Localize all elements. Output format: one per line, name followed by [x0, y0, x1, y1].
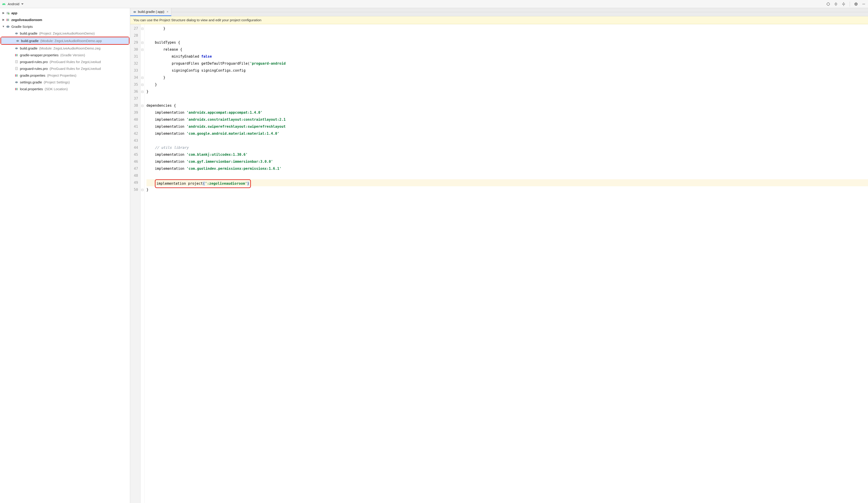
- tree-node-local-properties[interactable]: local.properties (SDK Location): [0, 85, 130, 92]
- minimize-icon[interactable]: [861, 2, 866, 7]
- project-tool-window-header: Android: [0, 0, 868, 8]
- svg-rect-10: [8, 19, 9, 21]
- tree-node-build-gradle-app[interactable]: build.gradle (Module: ZegoLiveAudioRoomD…: [1, 37, 129, 44]
- tree-node-build-gradle-zeg[interactable]: build.gradle (Module: ZegoLiveAudioRoomD…: [0, 45, 130, 52]
- svg-rect-19: [16, 67, 18, 70]
- gradle-file-icon: [14, 31, 19, 35]
- close-icon[interactable]: ×: [167, 10, 168, 13]
- tree-node-label: local.properties: [20, 87, 43, 91]
- library-module-icon: [6, 18, 10, 21]
- tree-node-build-gradle-project[interactable]: build.gradle (Project: ZegoLiveAudioRoom…: [0, 30, 130, 37]
- chevron-down-icon[interactable]: [21, 3, 23, 5]
- tree-node-suffix: (Project: ZegoLiveAudioRoomDemo): [39, 31, 95, 35]
- svg-point-27: [133, 11, 136, 13]
- tree-node-suffix: (Project Properties): [47, 73, 76, 77]
- svg-rect-9: [8, 19, 8, 21]
- line-number-gutter: 2728293031323334353637383940414243444546…: [130, 24, 141, 503]
- svg-rect-17: [17, 54, 18, 56]
- svg-point-12: [15, 32, 18, 34]
- toolbar-divider: [850, 2, 850, 7]
- svg-rect-16: [16, 54, 17, 56]
- tree-node-label: zegoliveaudioroom: [11, 18, 42, 22]
- properties-file-icon: [14, 87, 19, 91]
- gradle-file-icon: [14, 80, 19, 84]
- tree-node-suffix: (SDK Location): [45, 87, 68, 91]
- module-icon: [6, 11, 10, 15]
- expand-all-icon[interactable]: [834, 2, 838, 7]
- tree-node-label: gradle-wrapper.properties: [20, 53, 59, 57]
- editor-tabs: build.gradle (:app) ×: [130, 8, 868, 16]
- tree-node-suffix: (Module: ZegoLiveAudioRoomDemo.zeg: [39, 47, 101, 50]
- svg-point-14: [15, 48, 18, 49]
- svg-point-0: [827, 3, 829, 6]
- gear-icon[interactable]: [854, 2, 858, 7]
- banner-text: You can use the Project Structure dialog…: [133, 18, 261, 22]
- tree-node-label: gradle.properties: [20, 73, 45, 77]
- svg-rect-26: [17, 88, 18, 90]
- tree-node-label: build.gradle: [21, 39, 39, 43]
- code-content[interactable]: } buildTypes { release { minifyEnabled f…: [145, 24, 868, 503]
- tree-node-label: Gradle Scripts: [11, 25, 33, 29]
- svg-point-11: [6, 25, 10, 28]
- tree-node-suffix: (ProGuard Rules for ZegoLiveAud: [50, 60, 101, 64]
- svg-rect-8: [7, 19, 7, 21]
- text-file-icon: [14, 60, 19, 63]
- svg-point-23: [15, 81, 18, 83]
- target-icon[interactable]: [826, 2, 831, 7]
- svg-point-13: [16, 40, 19, 42]
- text-file-icon: [14, 67, 19, 70]
- tree-node-label: build.gradle: [20, 47, 38, 50]
- project-tree[interactable]: ▶ app ▶ zegoliveaudioroom ▼: [0, 8, 130, 503]
- tree-node-suffix: (Gradle Version): [60, 53, 85, 57]
- code-editor[interactable]: 2728293031323334353637383940414243444546…: [130, 24, 868, 503]
- svg-rect-5: [862, 4, 865, 4]
- tree-node-proguard-1[interactable]: proguard-rules.pro (ProGuard Rules for Z…: [0, 58, 130, 65]
- tree-node-suffix: (Module: ZegoLiveAudioRoomDemo.app: [40, 39, 102, 43]
- properties-file-icon: [14, 53, 19, 57]
- svg-rect-18: [16, 60, 18, 63]
- fold-gutter[interactable]: −−−−−−−−: [141, 24, 145, 503]
- tree-node-proguard-2[interactable]: proguard-rules.pro (ProGuard Rules for Z…: [0, 65, 130, 72]
- tree-node-gradle-properties[interactable]: gradle.properties (Project Properties): [0, 72, 130, 79]
- gradle-file-icon: [14, 47, 19, 50]
- tree-node-label: proguard-rules.pro: [20, 60, 48, 64]
- svg-rect-25: [16, 88, 17, 90]
- tree-node-label: proguard-rules.pro: [20, 67, 48, 71]
- gradle-file-icon: [16, 39, 20, 42]
- tree-node-label: build.gradle: [20, 31, 38, 35]
- tree-node-suffix: (ProGuard Rules for ZegoLiveAud: [50, 67, 101, 71]
- editor-banner[interactable]: You can use the Project Structure dialog…: [130, 16, 868, 24]
- tree-node-label: settings.gradle: [20, 80, 42, 84]
- tree-node-zegoliveaudioroom[interactable]: ▶ zegoliveaudioroom: [0, 16, 130, 23]
- project-view-selector[interactable]: Android: [8, 2, 19, 6]
- tree-node-settings-gradle[interactable]: settings.gradle (Project Settings): [0, 79, 130, 85]
- tab-build-gradle-app[interactable]: build.gradle (:app) ×: [130, 8, 171, 16]
- gradle-icon: [133, 10, 136, 13]
- svg-rect-21: [16, 74, 17, 76]
- android-icon: [2, 2, 6, 6]
- tab-label: build.gradle (:app): [138, 10, 164, 13]
- properties-file-icon: [14, 73, 19, 77]
- collapse-all-icon[interactable]: [841, 2, 846, 7]
- svg-point-7: [8, 13, 10, 14]
- tree-node-gradle-scripts[interactable]: ▼ Gradle Scripts: [0, 23, 130, 30]
- tree-node-suffix: (Project Settings): [44, 80, 70, 84]
- tree-node-label: app: [11, 11, 18, 15]
- svg-rect-22: [17, 74, 18, 76]
- svg-rect-20: [15, 74, 16, 76]
- svg-rect-15: [15, 54, 16, 56]
- svg-rect-24: [15, 88, 16, 90]
- tree-node-gradle-wrapper[interactable]: gradle-wrapper.properties (Gradle Versio…: [0, 52, 130, 58]
- gradle-icon: [6, 25, 10, 28]
- tree-node-app[interactable]: ▶ app: [0, 10, 130, 16]
